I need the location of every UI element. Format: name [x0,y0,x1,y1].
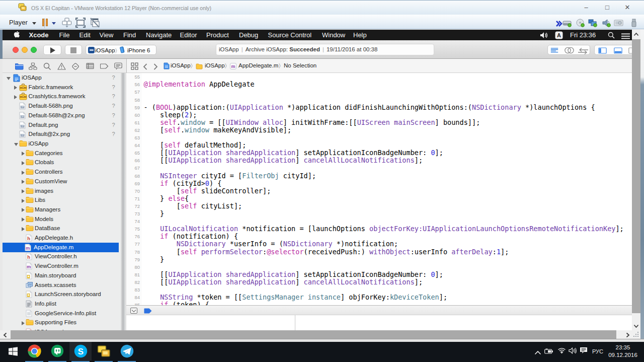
wifi-icon[interactable] [557,347,566,356]
disclosure-closed-icon[interactable] [22,161,25,165]
language-indicator[interactable]: РУС [592,348,603,354]
scroll-up-icon[interactable] [633,32,639,37]
scheme-selector[interactable]: iOSApp 〉 iPhone 6 [86,45,156,55]
tree-row-customview[interactable]: CustomView [3,177,121,186]
back-icon[interactable] [143,63,147,72]
vm-tray-cdrom-icon[interactable] [576,19,585,30]
volume-icon[interactable] [569,347,577,356]
tree-row-database[interactable]: DataBase [3,224,121,233]
horizontal-scroll-thumb[interactable] [11,330,616,339]
tree-row-main-storyboard[interactable]: Main.storyboard [3,271,121,280]
menu-file[interactable]: File [59,31,70,39]
tree-row-info-plist[interactable]: Info.plist [3,299,121,309]
minimize-traffic-light[interactable] [22,47,28,53]
vm-tray-network-icon[interactable] [588,19,598,30]
taskbar-clock[interactable]: 23:35 09.12.2016 [608,344,638,359]
tree-row-appdelegate-m[interactable]: mAppDelegate.m [3,243,119,252]
standard-editor-button[interactable] [550,47,558,56]
disclosure-open-icon[interactable] [14,143,18,146]
player-menu-caret-icon[interactable] [32,22,36,25]
suspend-button[interactable] [42,19,44,26]
tree-row-viewcontroller-m[interactable]: mViewController.m [3,261,121,271]
disclosure-closed-icon[interactable] [22,199,25,203]
tree-row-assets-xcassets[interactable]: Assets.xcassets [3,280,121,290]
close-button[interactable]: ✕ [620,4,635,13]
unity-mode-button[interactable] [89,17,100,30]
vm-tray-usb-icon[interactable] [630,19,637,30]
menu-xcode[interactable]: Xcode [29,31,49,39]
battery-icon[interactable] [544,347,553,356]
menu-editor[interactable]: Editor [180,31,197,39]
tree-row-libs[interactable]: Libs [3,195,121,205]
action-center-icon[interactable] [580,347,588,356]
menu-find[interactable]: Find [123,31,136,39]
project-navigator-tab[interactable] [15,62,24,72]
assistant-editor-button[interactable] [564,47,575,56]
taskbar-telegram-button[interactable] [116,342,138,360]
jump-segment-project[interactable]: iOSApp [171,62,191,68]
menu-debug[interactable]: Debug [239,31,258,39]
suspend-caret-icon[interactable] [52,22,56,25]
tree-row-models[interactable]: Models [3,214,121,224]
disclosure-closed-icon[interactable] [14,86,17,90]
hide-debug-area-button[interactable] [130,308,137,314]
toggle-debug-area-button[interactable] [614,47,622,56]
disclosure-closed-icon[interactable] [14,95,17,99]
tree-row-appdelegate-h[interactable]: hAppDelegate.h [3,233,121,243]
start-button[interactable] [3,342,23,360]
menu-navigate[interactable]: Navigate [146,31,172,39]
tree-row-default-568h-png[interactable]: Default-568h.png? [3,101,121,111]
symbol-navigator-tab[interactable] [29,62,37,72]
tree-row-viewcontroller-h[interactable]: hViewController.h [3,252,121,261]
disclosure-closed-icon[interactable] [22,227,25,231]
issue-navigator-tab[interactable] [57,62,66,72]
tray-chevron-up-icon[interactable] [534,348,541,357]
scroll-down-icon[interactable] [633,324,639,329]
menubar-clock[interactable]: Fri 23:36 [570,31,596,39]
tree-row-launchscreen-storyboard[interactable]: LaunchScreen.storyboard [3,289,121,299]
tree-row-fabric-framework[interactable]: Fabric.framework? [3,83,121,92]
vmware-horizontal-scrollbar[interactable] [0,330,632,339]
related-items-icon[interactable] [131,62,138,72]
tree-row-supporting-files[interactable]: Supporting Files [3,318,121,327]
vm-tray-sound-icon[interactable] [602,19,611,30]
breakpoint-navigator-tab[interactable] [100,62,109,71]
jump-segment-group[interactable]: iOSApp [205,62,225,68]
taskbar-skype-button[interactable]: S [69,342,92,360]
disclosure-closed-icon[interactable] [22,171,25,175]
tree-row-default-2x-png[interactable]: Default@2x.png? [3,129,121,139]
tree-row-default-568h-2x-png[interactable]: Default-568h@2x.png? [3,111,121,120]
suspend-button-bar2[interactable] [46,19,48,26]
stop-button[interactable] [65,45,82,55]
vm-tray-chevrons-icon[interactable] [555,20,562,29]
tree-row-iosapp[interactable]: iOSApp [3,139,121,149]
vmware-vertical-scrollbar[interactable] [632,29,640,330]
jump-segment-file[interactable]: AppDelegate.m [238,62,278,68]
version-editor-button[interactable] [578,47,589,56]
find-navigator-tab[interactable] [43,62,51,73]
close-traffic-light[interactable] [13,47,19,53]
forward-icon[interactable] [153,63,158,72]
taskbar-chrome-button[interactable] [23,342,45,360]
tree-row-googleservice-info-plist[interactable]: GoogleService-Info.plist [3,309,121,318]
tree-row-images[interactable]: images [3,186,121,196]
vm-tray-harddisk-icon[interactable] [562,19,572,30]
tree-row-crashlytics-framework[interactable]: Crashlytics.framework? [3,92,121,101]
menu-product[interactable]: Product [206,31,229,39]
fullscreen-button[interactable] [75,17,86,30]
scroll-right-icon[interactable] [626,332,630,339]
disclosure-closed-icon[interactable] [22,208,25,212]
jump-segment-selection[interactable]: No Selection [284,62,316,68]
tree-row-clobals[interactable]: Clobals [3,158,121,167]
disclosure-open-icon[interactable] [7,77,11,80]
input-source-icon[interactable]: A [555,31,563,41]
maximize-button[interactable]: □ [600,4,615,13]
taskbar-vmware-button[interactable] [93,342,115,360]
menu-window[interactable]: Window [322,31,345,39]
menu-source-control[interactable]: Source Control [268,31,312,39]
toggle-navigator-button[interactable] [598,47,607,56]
disclosure-closed-icon[interactable] [22,180,25,184]
send-ctrl-alt-del-button[interactable] [61,17,72,30]
test-navigator-tab[interactable] [71,62,79,73]
tree-row-controllers[interactable]: Controllers [3,167,121,177]
